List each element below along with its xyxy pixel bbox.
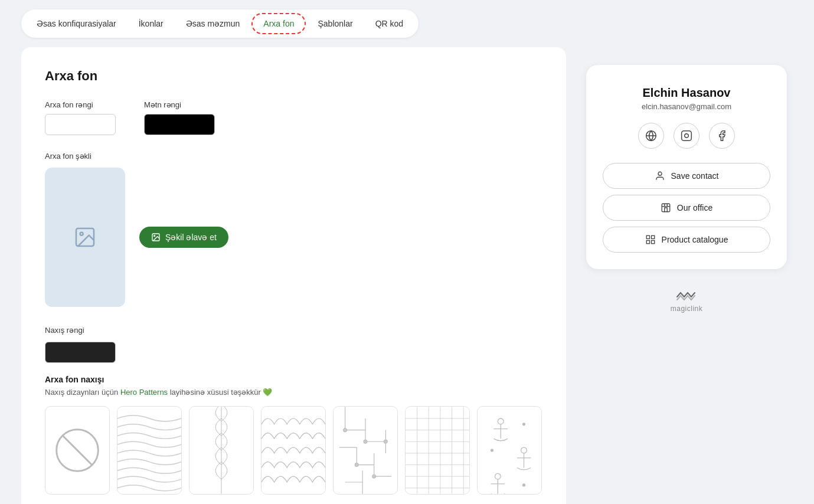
right-panel: Elchin Hasanov elcin.hasanov@gmail.com	[580, 47, 793, 313]
text-color-field: Mətn rəngi	[144, 100, 215, 135]
our-office-label: Our office	[677, 203, 712, 212]
card-preview: Elchin Hasanov elcin.hasanov@gmail.com	[586, 65, 787, 269]
pattern-grid	[45, 406, 542, 495]
svg-rect-64	[682, 131, 692, 141]
svg-point-25	[384, 440, 387, 443]
image-placeholder-icon	[73, 225, 97, 249]
left-panel: Arxa fon Arxa fon rəngi Mətn rəngi Arxa …	[21, 47, 566, 504]
svg-point-51	[523, 423, 525, 426]
svg-point-24	[364, 440, 367, 443]
hero-patterns-link[interactable]: Hero Patterns	[120, 388, 168, 397]
upload-icon	[151, 233, 161, 242]
product-catalogue-button[interactable]: Product catalogue	[603, 227, 770, 253]
save-contact-icon	[655, 171, 665, 181]
svg-point-27	[372, 474, 376, 478]
our-office-button[interactable]: Our office	[603, 195, 770, 221]
bg-color-field: Arxa fon rəngi	[45, 100, 116, 135]
top-nav: Əsas konfiqurasiyalar İkonlar Əsas məzmu…	[0, 0, 814, 47]
magiclink-logo-icon	[676, 290, 697, 303]
social-icon-facebook[interactable]	[709, 123, 735, 149]
text-color-label: Mətn rəngi	[144, 100, 215, 109]
svg-point-52	[491, 449, 493, 451]
text-color-swatch[interactable]	[144, 114, 215, 135]
magiclink-logo: magiclink	[671, 290, 703, 313]
svg-rect-6	[117, 407, 181, 493]
save-contact-button[interactable]: Save contact	[603, 163, 770, 189]
globe-icon	[645, 130, 657, 142]
svg-point-23	[344, 428, 347, 432]
svg-rect-41	[478, 407, 541, 493]
panel-title: Arxa fon	[45, 68, 542, 84]
pattern-section-title: Arxa fon naxışı	[45, 375, 542, 384]
pattern-card-grid[interactable]	[405, 406, 470, 495]
svg-point-53	[523, 484, 525, 486]
pattern-color-label: Naxış rəngi	[45, 326, 542, 335]
tab-qrkod[interactable]: QR kod	[365, 14, 414, 33]
pattern-color-row: Naxış rəngi	[45, 326, 542, 363]
color-row: Arxa fon rəngi Mətn rəngi	[45, 100, 542, 135]
card-email: elcin.hasanov@gmail.com	[642, 102, 731, 111]
pattern-card-leaf[interactable]	[189, 406, 254, 495]
svg-rect-70	[646, 241, 649, 244]
bg-image-section: Arxa fon şəkli Şəkil əlavə et	[45, 152, 542, 307]
upload-image-button[interactable]: Şəkil əlavə et	[139, 227, 228, 248]
tab-esasmezmun[interactable]: Əsas məzmun	[175, 14, 251, 33]
card-social-icons	[638, 123, 735, 149]
svg-rect-68	[646, 235, 649, 238]
image-upload-row: Şəkil əlavə et	[45, 168, 542, 307]
save-contact-label: Save contact	[671, 171, 719, 181]
svg-rect-69	[651, 235, 654, 238]
svg-line-5	[62, 435, 92, 465]
our-office-icon	[661, 202, 671, 213]
pattern-card-circuit[interactable]	[333, 406, 398, 495]
svg-point-1	[80, 233, 83, 235]
pattern-card-waves[interactable]	[117, 406, 182, 495]
tab-sablonlar[interactable]: Şablonlar	[307, 14, 363, 33]
tab-ikonlar[interactable]: İkonlar	[128, 14, 174, 33]
svg-point-3	[154, 235, 155, 237]
svg-rect-71	[651, 241, 654, 244]
pattern-card-none[interactable]	[45, 406, 110, 495]
bg-image-label: Arxa fon şəkli	[45, 152, 542, 161]
pattern-card-scallop[interactable]	[261, 406, 326, 495]
magiclink-text: magiclink	[671, 305, 703, 313]
pattern-card-anchors[interactable]	[477, 406, 542, 495]
product-catalogue-icon	[645, 234, 656, 245]
image-placeholder	[45, 168, 125, 307]
social-icon-instagram[interactable]	[674, 123, 699, 149]
tab-arxafon[interactable]: Arxa fon	[251, 13, 306, 34]
product-catalogue-label: Product catalogue	[662, 235, 728, 244]
svg-rect-28	[406, 407, 469, 493]
pattern-credit: Naxış dizaynları üçün Hero Patterns layi…	[45, 388, 542, 397]
svg-point-26	[355, 463, 358, 467]
bg-color-swatch[interactable]	[45, 114, 116, 135]
pattern-section: Arxa fon naxışı Naxış dizaynları üçün He…	[45, 375, 542, 495]
social-icon-globe[interactable]	[638, 123, 664, 149]
svg-point-66	[658, 172, 662, 175]
card-name: Elchin Hasanov	[643, 86, 731, 100]
instagram-icon	[681, 130, 692, 142]
facebook-icon	[716, 130, 728, 142]
tab-esaskonfiq[interactable]: Əsas konfiqurasiyalar	[26, 14, 127, 33]
pattern-color-swatch[interactable]	[45, 342, 116, 363]
upload-btn-label: Şəkil əlavə et	[165, 233, 217, 242]
bg-color-label: Arxa fon rəngi	[45, 100, 116, 109]
